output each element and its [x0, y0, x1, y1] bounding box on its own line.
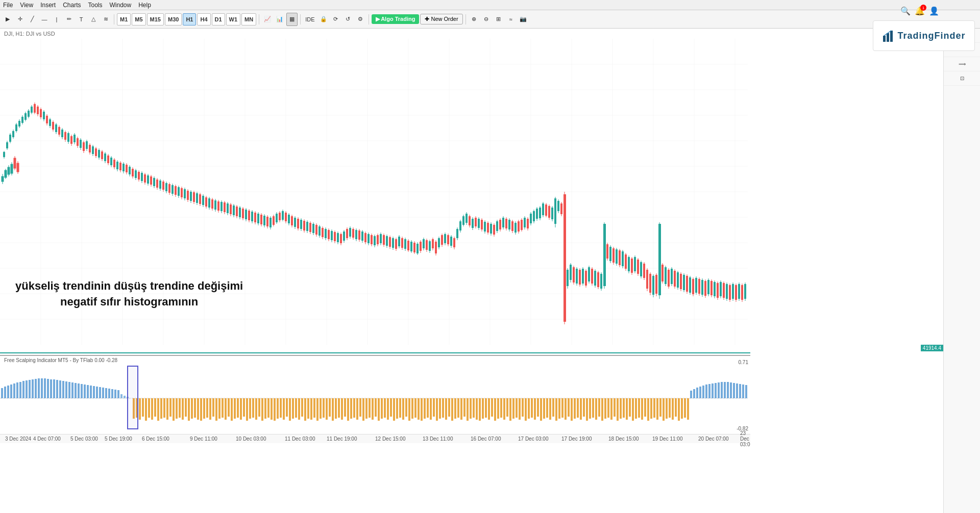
- menu-insert[interactable]: Insert: [40, 2, 56, 9]
- search-icon-btn[interactable]: 🔍: [900, 6, 911, 16]
- svg-rect-542: [44, 378, 46, 398]
- svg-rect-651: [381, 398, 383, 419]
- svg-rect-372: [508, 220, 510, 229]
- current-price-badge: 41914.4: [921, 345, 943, 351]
- svg-rect-426: [591, 269, 593, 284]
- annotation-line1: yükseliş trendinin düşüş trendine değişi…: [15, 278, 243, 294]
- svg-rect-356: [484, 222, 486, 232]
- tool-pencil[interactable]: ✏: [63, 13, 75, 26]
- svg-rect-746: [672, 398, 674, 420]
- lock-btn[interactable]: 🔒: [318, 13, 329, 26]
- forward-btn[interactable]: ⟳: [330, 13, 341, 26]
- ide-btn[interactable]: IDE: [303, 13, 316, 26]
- menu-tools[interactable]: Tools: [88, 2, 103, 9]
- svg-rect-50: [15, 124, 17, 131]
- zoom-in-btn[interactable]: ⊕: [469, 13, 480, 26]
- scale-fix[interactable]: ⊡: [944, 71, 980, 86]
- svg-rect-665: [424, 398, 426, 419]
- svg-rect-567: [120, 394, 122, 398]
- notification-btn[interactable]: 🔔1: [915, 6, 925, 16]
- new-order-btn[interactable]: ✚ New Order: [420, 14, 462, 24]
- tf-h4[interactable]: H4: [197, 13, 210, 25]
- settings-btn[interactable]: ⚙: [355, 13, 366, 26]
- svg-rect-432: [600, 274, 602, 289]
- svg-rect-414: [573, 267, 575, 283]
- svg-rect-616: [274, 398, 276, 421]
- menu-charts[interactable]: Charts: [63, 2, 81, 9]
- indicator-btn[interactable]: ≈: [505, 13, 517, 26]
- menu-bar: File View Insert Charts Tools Window Hel…: [0, 0, 980, 10]
- svg-rect-518: [732, 284, 734, 299]
- tf-m30[interactable]: M30: [165, 13, 182, 25]
- svg-rect-494: [695, 278, 697, 293]
- svg-rect-522: [738, 284, 740, 299]
- svg-rect-198: [242, 209, 244, 218]
- tool-fib[interactable]: ≋: [100, 13, 111, 26]
- tool-hline[interactable]: —: [39, 13, 50, 26]
- tool-cursor[interactable]: ▶: [2, 13, 13, 26]
- svg-rect-134: [144, 174, 146, 183]
- grid-btn[interactable]: ⊞: [493, 13, 504, 26]
- svg-rect-142: [156, 179, 158, 188]
- tool-text[interactable]: T: [76, 13, 87, 26]
- svg-rect-751: [687, 398, 689, 420]
- tf-m1[interactable]: M1: [117, 13, 131, 25]
- svg-rect-418: [579, 270, 581, 285]
- sep5: [465, 14, 466, 24]
- tool-line[interactable]: ╱: [27, 13, 38, 26]
- svg-rect-470: [658, 224, 661, 295]
- menu-file[interactable]: File: [3, 2, 13, 9]
- refresh-btn[interactable]: ↺: [342, 13, 354, 26]
- chart-candle-btn[interactable]: 📊: [274, 13, 285, 26]
- indicator-val2: -0.28: [106, 357, 117, 363]
- menu-view[interactable]: View: [20, 2, 33, 9]
- algo-trading-btn[interactable]: ▶ Algo Trading: [372, 14, 420, 24]
- svg-rect-721: [595, 398, 597, 420]
- svg-rect-637: [338, 398, 340, 418]
- svg-rect-724: [604, 398, 606, 419]
- svg-rect-661: [411, 398, 413, 419]
- svg-rect-715: [577, 398, 579, 418]
- svg-rect-625: [301, 398, 303, 417]
- screenshot-btn[interactable]: 📷: [518, 13, 529, 26]
- person-icon-btn[interactable]: 👤: [929, 6, 939, 16]
- svg-rect-276: [361, 232, 363, 241]
- chart-line-btn[interactable]: 📈: [262, 13, 273, 26]
- tf-mn[interactable]: MN: [241, 13, 256, 25]
- indicator-svg: [0, 365, 748, 431]
- svg-rect-430: [597, 272, 599, 287]
- tool-crosshair[interactable]: ✛: [14, 13, 26, 26]
- svg-rect-180: [214, 200, 216, 210]
- zoom-out-btn[interactable]: ⊖: [481, 13, 492, 26]
- menu-window[interactable]: Window: [110, 2, 132, 9]
- svg-rect-138: [150, 176, 152, 185]
- svg-rect-708: [555, 398, 557, 421]
- svg-rect-380: [521, 220, 523, 230]
- svg-rect-734: [635, 398, 637, 419]
- svg-rect-238: [303, 221, 305, 230]
- tf-w1[interactable]: W1: [226, 13, 241, 25]
- svg-rect-758: [708, 384, 710, 398]
- svg-rect-424: [588, 267, 590, 281]
- menu-help[interactable]: Help: [138, 2, 151, 9]
- svg-rect-30: [2, 176, 4, 182]
- svg-rect-226: [285, 213, 287, 221]
- auto-scroll[interactable]: ⟹: [944, 57, 980, 71]
- tool-vline[interactable]: |: [51, 13, 62, 26]
- svg-rect-700: [531, 398, 533, 418]
- tf-d1[interactable]: D1: [212, 13, 225, 25]
- tf-h1[interactable]: H1: [183, 13, 196, 25]
- svg-rect-194: [236, 207, 238, 216]
- tf-m5[interactable]: M5: [132, 13, 145, 25]
- tool-shapes[interactable]: △: [88, 13, 99, 26]
- svg-rect-336: [453, 238, 455, 247]
- svg-rect-714: [574, 398, 576, 419]
- tf-m15[interactable]: M15: [147, 13, 164, 25]
- svg-rect-206: [254, 213, 256, 222]
- svg-rect-456: [637, 260, 639, 274]
- chart-bar-btn[interactable]: ▦: [286, 13, 298, 26]
- svg-rect-42: [3, 152, 5, 157]
- svg-rect-544: [50, 379, 52, 398]
- svg-rect-120: [122, 164, 125, 171]
- svg-rect-566: [117, 390, 119, 398]
